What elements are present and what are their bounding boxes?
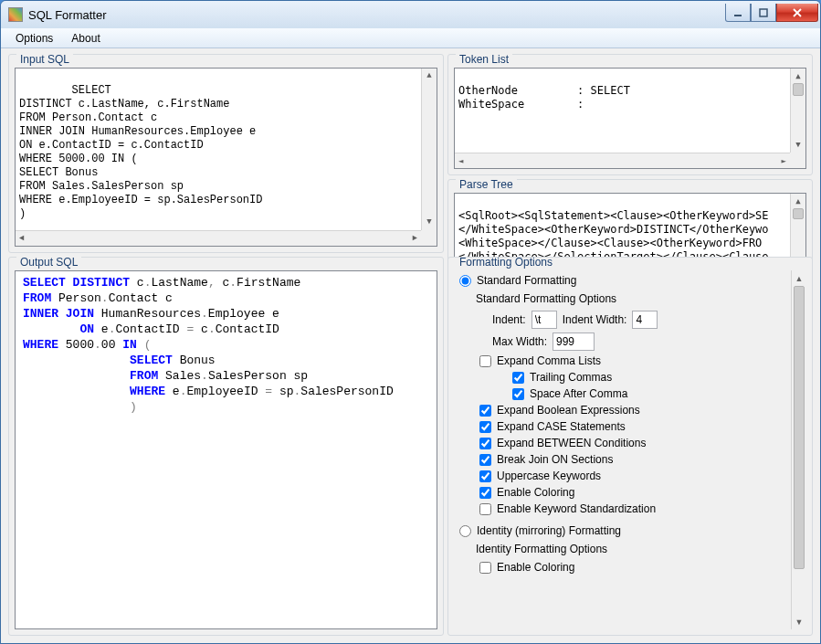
app-icon (8, 7, 23, 22)
input-sql-textarea[interactable]: SELECT DISTINCT c.LastName, c.FirstName … (15, 68, 437, 247)
formatting-options-group: Formatting Options Standard Formatting S… (447, 257, 813, 636)
scrollbar-vertical[interactable]: ▲ ▼ (421, 69, 437, 230)
radio-standard-formatting[interactable]: Standard Formatting (456, 272, 790, 289)
checkbox-expand-boolean[interactable] (479, 405, 491, 417)
maximize-button[interactable] (751, 4, 776, 22)
scrollbar-horizontal[interactable]: ◄► (455, 153, 790, 168)
scroll-thumb[interactable] (793, 83, 804, 96)
scroll-up-icon[interactable]: ▲ (791, 69, 805, 84)
identity-options-block: Identity Formatting Options Enable Color… (456, 539, 790, 575)
menu-options[interactable]: Options (6, 30, 62, 47)
radio-identity-input[interactable] (459, 525, 471, 537)
window-title: SQL Formatter (28, 8, 106, 22)
scroll-up-icon[interactable]: ▲ (791, 194, 805, 209)
label-trailing-commas: Trailing Commas (530, 371, 612, 384)
standard-options-block: Standard Formatting Options Indent: Inde… (456, 289, 790, 517)
check-uppercase[interactable]: Uppercase Keywords (476, 468, 790, 484)
check-trailing-commas[interactable]: Trailing Commas (476, 369, 790, 385)
token-list-text[interactable]: OtherNode : SELECT WhiteSpace : ▲ ▼ ◄► (454, 68, 806, 169)
check-expand-case[interactable]: Expand CASE Statements (476, 418, 790, 435)
indent-row: Indent: Indent Width: (492, 309, 790, 331)
output-sql-group: Output SQL SELECT DISTINCT c.LastName, c… (8, 257, 444, 636)
parse-line: </WhiteSpace><OtherKeyword>DISTINCT</Oth… (458, 223, 769, 236)
output-sql-textarea[interactable]: SELECT DISTINCT c.LastName, c.FirstNameF… (15, 270, 437, 629)
formatting-options-title: Formatting Options (456, 257, 556, 269)
checkbox-trailing-commas[interactable] (512, 372, 524, 384)
scroll-up-icon[interactable]: ▲ (422, 69, 437, 84)
input-sql-group: Input SQL SELECT DISTINCT c.LastName, c.… (8, 54, 444, 253)
scroll-up-icon[interactable]: ▲ (792, 270, 806, 286)
max-width-row: Max Width: (492, 331, 790, 353)
minimize-button[interactable] (725, 4, 751, 22)
checkbox-expand-between[interactable] (479, 438, 491, 449)
content-area: Input SQL SELECT DISTINCT c.LastName, c.… (1, 48, 820, 643)
indent-width-input[interactable] (632, 311, 658, 329)
formatting-options-panel: Standard Formatting Standard Formatting … (454, 270, 806, 629)
menu-about[interactable]: About (62, 30, 109, 47)
check-expand-comma[interactable]: Expand Comma Lists (476, 353, 790, 369)
svg-rect-0 (734, 15, 742, 16)
svg-rect-1 (760, 9, 767, 16)
label-enable-std: Enable Keyword Standardization (497, 502, 656, 515)
titlebar[interactable]: SQL Formatter (1, 1, 820, 28)
scrollbar-vertical[interactable]: ▲ ▼ (791, 270, 806, 629)
checkbox-expand-case[interactable] (479, 421, 491, 433)
token-list-title: Token List (456, 53, 512, 66)
radio-identity-formatting[interactable]: Identity (mirroring) Formatting (456, 523, 790, 539)
token-row: OtherNode : SELECT (458, 84, 630, 97)
label-expand-between: Expand BETWEEN Conditions (497, 437, 646, 449)
indent-input[interactable] (532, 311, 557, 329)
indent-label: Indent: (492, 313, 526, 326)
input-sql-title: Input SQL (16, 53, 73, 66)
app-window: SQL Formatter Options About Input SQL SE… (0, 0, 821, 644)
check-expand-boolean[interactable]: Expand Boolean Expressions (476, 402, 790, 418)
radio-standard-input[interactable] (459, 275, 471, 287)
label-break-join: Break Join ON Sections (497, 453, 613, 466)
identity-options-header: Identity Formatting Options (476, 539, 790, 559)
check-enable-coloring[interactable]: Enable Coloring (476, 484, 790, 501)
parse-line: <WhiteSpace></Clause><Clause><OtherKeywo… (458, 237, 762, 249)
checkbox-enable-std[interactable] (479, 503, 491, 515)
check-enable-std[interactable]: Enable Keyword Standardization (476, 501, 790, 517)
scrollbar-horizontal[interactable]: ◄► (16, 230, 421, 246)
scroll-down-icon[interactable]: ▼ (422, 215, 437, 230)
label-uppercase: Uppercase Keywords (497, 470, 601, 482)
indent-width-label: Indent Width: (563, 313, 627, 326)
checkbox-break-join[interactable] (479, 454, 491, 466)
label-enable-coloring: Enable Coloring (497, 486, 574, 499)
token-row: WhiteSpace : (458, 98, 591, 111)
max-width-label: Max Width: (492, 335, 547, 348)
checkbox-expand-comma[interactable] (479, 355, 491, 367)
window-controls (725, 4, 818, 22)
scroll-down-icon[interactable]: ▼ (792, 614, 806, 629)
label-expand-boolean: Expand Boolean Expressions (497, 404, 640, 417)
check-break-join[interactable]: Break Join ON Sections (476, 451, 790, 468)
scroll-thumb[interactable] (794, 286, 805, 569)
check-identity-coloring[interactable]: Enable Coloring (476, 559, 790, 575)
right-top-column: Token List OtherNode : SELECT WhiteSpace… (447, 54, 813, 253)
parse-line: <SqlRoot><SqlStatement><Clause><OtherKey… (458, 209, 769, 222)
label-expand-case: Expand CASE Statements (497, 420, 626, 433)
input-sql-text: SELECT DISTINCT c.LastName, c.FirstName … (19, 84, 262, 220)
label-expand-comma: Expand Comma Lists (497, 354, 601, 367)
check-expand-between[interactable]: Expand BETWEEN Conditions (476, 435, 790, 451)
max-width-input[interactable] (553, 333, 595, 351)
scrollbar-vertical[interactable]: ▲ ▼ (790, 69, 805, 153)
checkbox-enable-coloring[interactable] (479, 487, 491, 499)
close-button[interactable] (776, 4, 818, 22)
label-identity-coloring: Enable Coloring (497, 561, 574, 574)
output-sql-title: Output SQL (16, 256, 81, 269)
checkbox-identity-coloring[interactable] (479, 562, 491, 574)
checkbox-uppercase[interactable] (479, 470, 491, 482)
check-space-after-comma[interactable]: Space After Comma (476, 385, 790, 402)
standard-options-header: Standard Formatting Options (476, 289, 790, 309)
token-list-group: Token List OtherNode : SELECT WhiteSpace… (447, 54, 813, 175)
menubar: Options About (1, 28, 820, 48)
radio-identity-label: Identity (mirroring) Formatting (477, 524, 621, 537)
parse-tree-title: Parse Tree (456, 178, 517, 191)
label-space-after-comma: Space After Comma (530, 387, 627, 400)
scroll-thumb[interactable] (793, 208, 804, 219)
radio-standard-label: Standard Formatting (477, 274, 576, 287)
checkbox-space-after-comma[interactable] (512, 388, 524, 400)
scroll-down-icon[interactable]: ▼ (791, 137, 805, 153)
